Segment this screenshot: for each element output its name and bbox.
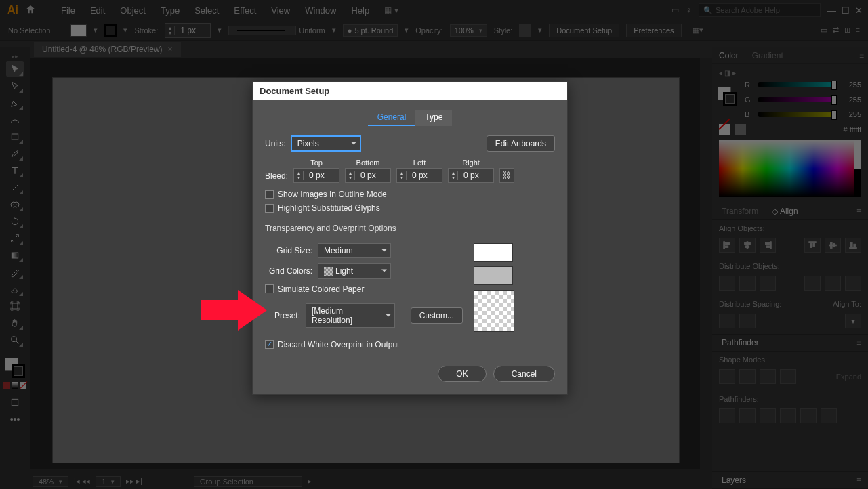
units-select[interactable]: Pixels xyxy=(291,136,360,151)
grid-colors-select[interactable]: Light xyxy=(318,263,391,279)
grid-size-label: Grid Size: xyxy=(265,246,312,255)
bleed-right-input[interactable]: ▴▾0 px xyxy=(448,168,494,183)
preset-select[interactable]: [Medium Resolution] xyxy=(306,303,395,328)
grid-size-select[interactable]: Medium xyxy=(318,243,391,258)
transparency-preview xyxy=(474,243,555,333)
preset-label: Preset: xyxy=(265,311,300,320)
highlight-glyphs-checkbox[interactable] xyxy=(265,204,274,213)
preview-grey-swatch[interactable] xyxy=(474,266,513,285)
dialog-tab-general[interactable]: General xyxy=(368,110,416,126)
preview-white-swatch[interactable] xyxy=(474,243,513,262)
dialog-title: Document Setup xyxy=(253,82,567,100)
discard-white-overprint-checkbox[interactable] xyxy=(265,340,274,349)
cancel-button[interactable]: Cancel xyxy=(493,366,555,382)
show-images-outline-checkbox[interactable] xyxy=(265,190,274,199)
preview-grid-swatch xyxy=(474,290,514,332)
bleed-link-icon[interactable]: ⛓ xyxy=(499,168,514,183)
bleed-left-input[interactable]: ▴▾0 px xyxy=(396,168,442,183)
bleed-label: Bleed: xyxy=(265,171,288,181)
units-label: Units: xyxy=(265,139,286,148)
annotation-arrow xyxy=(201,283,268,337)
transparency-section-header: Transparency and Overprint Options xyxy=(265,224,555,236)
document-setup-dialog: Document Setup General Type Units: Pixel… xyxy=(252,81,568,395)
ok-button[interactable]: OK xyxy=(438,366,486,382)
edit-artboards-button[interactable]: Edit Artboards xyxy=(487,135,555,152)
svg-marker-25 xyxy=(201,290,267,331)
bleed-top-input[interactable]: ▴▾0 px xyxy=(293,168,339,183)
dialog-tab-type[interactable]: Type xyxy=(415,110,452,126)
bleed-bottom-input[interactable]: ▴▾0 px xyxy=(345,168,391,183)
custom-button[interactable]: Custom... xyxy=(411,307,463,324)
grid-colors-label: Grid Colors: xyxy=(265,266,312,276)
